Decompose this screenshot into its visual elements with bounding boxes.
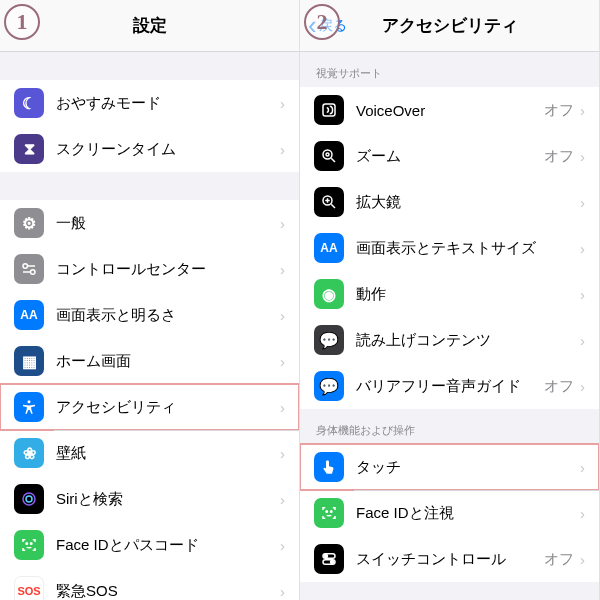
row-voiceover[interactable]: VoiceOver オフ › <box>300 87 599 133</box>
chevron-icon: › <box>280 261 285 278</box>
svg-point-7 <box>26 543 28 545</box>
row-wallpaper[interactable]: ❀ 壁紙 › <box>0 430 299 476</box>
row-siri[interactable]: Siriと検索 › <box>0 476 299 522</box>
svg-point-20 <box>331 511 333 513</box>
row-audio-desc[interactable]: 💬 バリアフリー音声ガイド オフ › <box>300 363 599 409</box>
touch-icon <box>314 452 344 482</box>
row-home-screen[interactable]: ▦ ホーム画面 › <box>0 338 299 384</box>
chevron-icon: › <box>580 102 585 119</box>
chevron-icon: › <box>280 353 285 370</box>
row-display[interactable]: AA 画面表示と明るさ › <box>0 292 299 338</box>
svg-point-6 <box>26 496 32 502</box>
row-general[interactable]: ⚙ 一般 › <box>0 200 299 246</box>
gear-icon: ⚙ <box>14 208 44 238</box>
chevron-icon: › <box>580 194 585 211</box>
svg-line-18 <box>331 204 335 208</box>
chevron-icon: › <box>280 307 285 324</box>
row-spoken-content[interactable]: 💬 読み上げコンテンツ › <box>300 317 599 363</box>
chevron-icon: › <box>280 215 285 232</box>
svg-point-13 <box>326 153 329 156</box>
row-sos[interactable]: SOS 緊急SOS › <box>0 568 299 600</box>
header: 戻る アクセシビリティ <box>300 0 599 52</box>
speech-icon: 💬 <box>314 325 344 355</box>
row-magnifier[interactable]: 拡大鏡 › <box>300 179 599 225</box>
text-size-icon: AA <box>314 233 344 263</box>
row-control-center[interactable]: コントロールセンター › <box>0 246 299 292</box>
step-badge-2: 2 <box>304 4 340 40</box>
row-faceid-attention[interactable]: Face IDと注視 › <box>300 490 599 536</box>
svg-point-8 <box>31 543 33 545</box>
row-do-not-disturb[interactable]: ☾ おやすみモード › <box>0 80 299 126</box>
sos-icon: SOS <box>14 576 44 600</box>
switch-icon <box>314 544 344 574</box>
zoom-icon <box>314 141 344 171</box>
settings-panel: 1 設定 ☾ おやすみモード › ⧗ スクリーンタイム › ⚙ 一般 › コント… <box>0 0 300 600</box>
svg-point-19 <box>326 511 328 513</box>
chevron-icon: › <box>580 286 585 303</box>
chevron-icon: › <box>580 551 585 568</box>
spacer <box>0 172 299 200</box>
faceid-icon <box>314 498 344 528</box>
chevron-icon: › <box>580 148 585 165</box>
chevron-icon: › <box>580 459 585 476</box>
faceid-icon <box>14 530 44 560</box>
svg-point-5 <box>23 493 35 505</box>
svg-point-23 <box>325 555 328 558</box>
accessibility-icon <box>14 392 44 422</box>
flower-icon: ❀ <box>14 438 44 468</box>
row-motion[interactable]: ◉ 動作 › <box>300 271 599 317</box>
moon-icon: ☾ <box>14 88 44 118</box>
row-touch[interactable]: タッチ › <box>300 444 599 490</box>
chevron-icon: › <box>280 583 285 600</box>
row-faceid[interactable]: Face IDとパスコード › <box>0 522 299 568</box>
page-title: アクセシビリティ <box>382 14 518 37</box>
row-accessibility[interactable]: アクセシビリティ › <box>0 384 299 430</box>
row-switch-control[interactable]: スイッチコントロール オフ › <box>300 536 599 582</box>
svg-point-24 <box>331 561 334 564</box>
voiceover-icon <box>314 95 344 125</box>
siri-icon <box>14 484 44 514</box>
chevron-icon: › <box>280 445 285 462</box>
chevron-icon: › <box>280 95 285 112</box>
section-physical: 身体機能および操作 <box>300 409 599 444</box>
row-screentime[interactable]: ⧗ スクリーンタイム › <box>0 126 299 172</box>
chevron-icon: › <box>280 141 285 158</box>
chevron-icon: › <box>580 332 585 349</box>
motion-icon: ◉ <box>314 279 344 309</box>
header: 設定 <box>0 0 299 52</box>
page-title: 設定 <box>133 14 167 37</box>
step-badge-1: 1 <box>4 4 40 40</box>
svg-line-14 <box>331 158 335 162</box>
row-zoom[interactable]: ズーム オフ › <box>300 133 599 179</box>
svg-point-12 <box>323 150 332 159</box>
audio-icon: 💬 <box>314 371 344 401</box>
chevron-icon: › <box>280 491 285 508</box>
chevron-icon: › <box>580 505 585 522</box>
grid-icon: ▦ <box>14 346 44 376</box>
chevron-icon: › <box>280 399 285 416</box>
switches-icon <box>14 254 44 284</box>
row-display-text[interactable]: AA 画面表示とテキストサイズ › <box>300 225 599 271</box>
text-size-icon: AA <box>14 300 44 330</box>
chevron-icon: › <box>580 240 585 257</box>
accessibility-panel: 2 戻る アクセシビリティ 視覚サポート VoiceOver オフ › ズーム … <box>300 0 600 600</box>
magnifier-icon <box>314 187 344 217</box>
chevron-icon: › <box>280 537 285 554</box>
svg-point-0 <box>23 264 28 269</box>
hourglass-icon: ⧗ <box>14 134 44 164</box>
chevron-icon: › <box>580 378 585 395</box>
svg-point-4 <box>28 400 31 403</box>
section-vision: 視覚サポート <box>300 52 599 87</box>
spacer <box>0 52 299 80</box>
svg-point-2 <box>31 270 36 275</box>
